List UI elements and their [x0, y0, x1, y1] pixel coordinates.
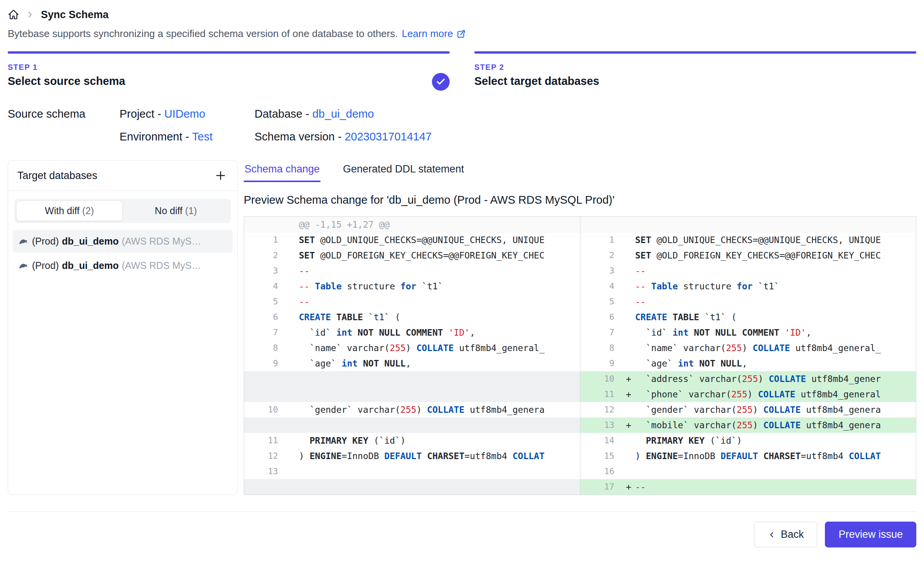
page-title: Sync Schema [41, 9, 109, 21]
field-label: Environment - [120, 130, 192, 143]
diff-left-cell: 8 `name` varchar(255) COLLATE utf8mb4_ge… [244, 340, 580, 356]
diff-left-cell [244, 371, 580, 387]
diff-right-cell: 1SET @OLD_UNIQUE_CHECKS=@@UNIQUE_CHECKS,… [580, 232, 916, 248]
db-instance: (AWS RDS MyS… [122, 236, 201, 247]
target-database-list: (Prod)db_ui_demo(AWS RDS MyS…(Prod)db_ui… [8, 228, 237, 280]
diff-row: 8 `name` varchar(255) COLLATE utf8mb4_ge… [244, 340, 916, 356]
diff-row: 13+ `mobile` varchar(255) COLLATE utf8mb… [244, 417, 916, 433]
diff-left-cell [244, 387, 580, 402]
diff-right-cell: 4-- Table structure for `t1` [580, 279, 916, 294]
diff-left-cell: 2SET @OLD_FOREIGN_KEY_CHECKS=@@FOREIGN_K… [244, 248, 580, 263]
diff-row: 7 `id` int NOT NULL COMMENT 'ID',7 `id` … [244, 325, 916, 340]
target-databases-panel: Target databases With diff (2)No diff (1… [8, 160, 238, 495]
field-label: Schema version - [255, 130, 345, 143]
back-button[interactable]: Back [754, 522, 817, 547]
source-schema-section: Source schema Project - UIDemoDatabase -… [8, 108, 916, 143]
diff-left-cell: 11 PRIMARY KEY (`id`) [244, 433, 580, 448]
diff-right-cell: 11+ `phone` varchar(255) COLLATE utf8mb4… [580, 387, 916, 402]
home-icon[interactable] [8, 9, 19, 20]
field-label: Project - [120, 108, 164, 120]
preview-issue-button[interactable]: Preview issue [825, 522, 916, 547]
step-completed-check-icon [432, 73, 450, 91]
preview-tabs: Schema changeGenerated DDL statement [244, 160, 916, 182]
diff-right-cell: 7 `id` int NOT NULL COMMENT 'ID', [580, 325, 916, 340]
diff-left-cell: 5-- [244, 294, 580, 309]
diff-left-cell: @@ -1,15 +1,27 @@ [244, 217, 580, 232]
chevron-right-icon [25, 10, 35, 19]
step-1: STEP 1Select source schema [8, 51, 450, 88]
diff-right-cell: 13+ `mobile` varchar(255) COLLATE utf8mb… [580, 417, 916, 433]
db-name: db_ui_demo [62, 236, 118, 247]
main-content: Target databases With diff (2)No diff (1… [8, 160, 916, 495]
source-schema-fields: Project - UIDemoDatabase - db_ui_demoEnv… [120, 108, 432, 143]
add-target-database-button[interactable] [213, 168, 228, 183]
schema-version-link[interactable]: 20230317014147 [345, 130, 432, 143]
step-label: STEP 2 [474, 63, 916, 72]
tab-no-diff[interactable]: No diff (1) [123, 201, 229, 221]
diff-left-cell: 12) ENGINE=InnoDB DEFAULT CHARSET=utf8mb… [244, 448, 580, 464]
diff-row: 6CREATE TABLE `t1` (6CREATE TABLE `t1` ( [244, 309, 916, 325]
db-instance: (AWS RDS MyS… [122, 260, 201, 271]
diff-right-cell: 5-- [580, 294, 916, 309]
diff-right-cell: 16 [580, 464, 916, 479]
diff-row: 10 `gender` varchar(255) COLLATE utf8mb4… [244, 402, 916, 417]
diff-row: 9 `age` int NOT NULL,9 `age` int NOT NUL… [244, 356, 916, 371]
step-label: STEP 1 [8, 63, 450, 72]
step-progress-bar [8, 51, 450, 54]
diff-right-cell [580, 217, 916, 232]
tab-generated-ddl[interactable]: Generated DDL statement [342, 160, 465, 182]
diff-row: 11 PRIMARY KEY (`id`)14 PRIMARY KEY (`id… [244, 433, 916, 448]
target-database-item[interactable]: (Prod)db_ui_demo(AWS RDS MyS… [13, 254, 233, 277]
footer-actions: Back Preview issue [8, 511, 916, 557]
diff-left-cell [244, 479, 580, 495]
diff-left-cell: 10 `gender` varchar(255) COLLATE utf8mb4… [244, 402, 580, 417]
db-environment: (Prod) [32, 260, 59, 271]
target-database-item[interactable]: (Prod)db_ui_demo(AWS RDS MyS… [13, 230, 233, 253]
intro-text: Bytebase supports synchronizing a specif… [8, 28, 398, 40]
learn-more-link[interactable]: Learn more [402, 28, 466, 40]
tab-schema-change[interactable]: Schema change [244, 160, 320, 182]
environment-link[interactable]: Test [192, 130, 212, 143]
diff-right-cell: 15) ENGINE=InnoDB DEFAULT CHARSET=utf8mb… [580, 448, 916, 464]
source-field-project: Project - UIDemo [120, 108, 255, 120]
target-databases-title: Target databases [17, 170, 97, 182]
chevron-left-icon [767, 530, 776, 539]
learn-more-label: Learn more [402, 28, 453, 40]
diff-row: 17+-- [244, 479, 916, 495]
external-link-icon [456, 29, 466, 39]
step-title: Select target databases [474, 75, 916, 88]
diff-right-cell: 9 `age` int NOT NULL, [580, 356, 916, 371]
diff-row: 4-- Table structure for `t1`4-- Table st… [244, 279, 916, 294]
diff-filter-tabs: With diff (2)No diff (1) [14, 199, 231, 223]
mysql-icon [18, 236, 29, 247]
project-link[interactable]: UIDemo [164, 108, 205, 120]
db-name: db_ui_demo [62, 260, 118, 271]
diff-left-cell: 4-- Table structure for `t1` [244, 279, 580, 294]
diff-right-cell: 10+ `address` varchar(255) COLLATE utf8m… [580, 371, 916, 387]
diff-left-cell: 6CREATE TABLE `t1` ( [244, 309, 580, 325]
diff-row: 1SET @OLD_UNIQUE_CHECKS=@@UNIQUE_CHECKS,… [244, 232, 916, 248]
breadcrumb: Sync Schema [8, 6, 916, 23]
source-field-environment: Environment - Test [120, 130, 255, 143]
diff-row: 10+ `address` varchar(255) COLLATE utf8m… [244, 371, 916, 387]
preview-title: Preview Schema change for 'db_ui_demo (P… [244, 194, 916, 206]
sync-schema-page: Sync Schema Bytebase supports synchroniz… [0, 0, 924, 557]
diff-right-cell: 12 `gender` varchar(255) COLLATE utf8mb4… [580, 402, 916, 417]
source-field-schema-version: Schema version - 20230317014147 [255, 130, 432, 143]
diff-left-cell: 7 `id` int NOT NULL COMMENT 'ID', [244, 325, 580, 340]
back-button-label: Back [781, 529, 804, 541]
schema-diff-viewer: @@ -1,15 +1,27 @@1SET @OLD_UNIQUE_CHECKS… [244, 216, 916, 495]
diff-right-cell: 6CREATE TABLE `t1` ( [580, 309, 916, 325]
diff-row: 5--5-- [244, 294, 916, 309]
diff-row: 12) ENGINE=InnoDB DEFAULT CHARSET=utf8mb… [244, 448, 916, 464]
source-field-database: Database - db_ui_demo [255, 108, 432, 120]
schema-preview-section: Schema changeGenerated DDL statement Pre… [244, 160, 916, 495]
database-link[interactable]: db_ui_demo [312, 108, 374, 120]
diff-hunk-header: @@ -1,15 +1,27 @@ [244, 217, 916, 232]
step-2: STEP 2Select target databases [474, 51, 916, 88]
diff-right-cell: 2SET @OLD_FOREIGN_KEY_CHECKS=@@FOREIGN_K… [580, 248, 916, 263]
tab-with-diff[interactable]: With diff (2) [16, 201, 123, 221]
diff-row: 1316 [244, 464, 916, 479]
intro: Bytebase supports synchronizing a specif… [8, 28, 916, 40]
diff-left-cell: 9 `age` int NOT NULL, [244, 356, 580, 371]
